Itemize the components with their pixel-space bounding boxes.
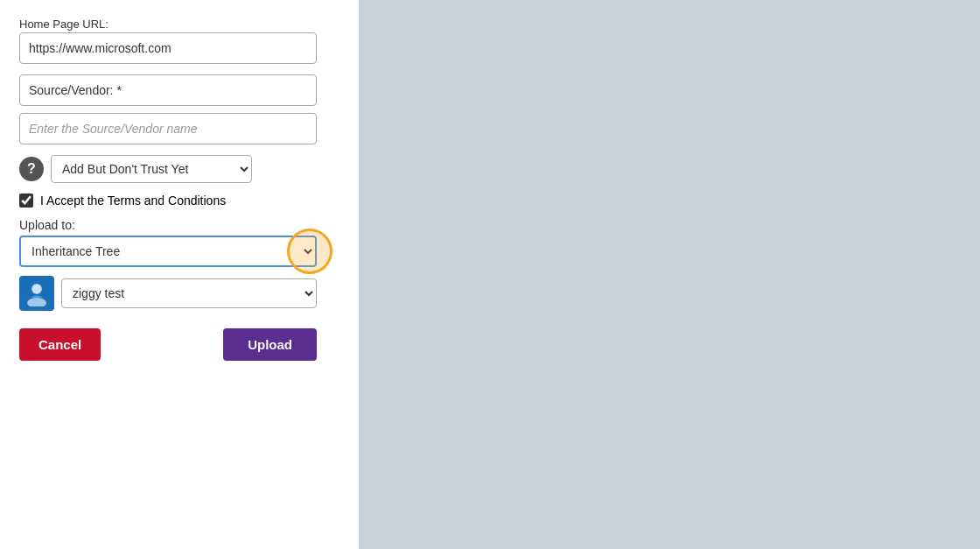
account-select[interactable]: ziggy test other account xyxy=(61,278,317,308)
inheritance-row: Inheritance Tree Root Other xyxy=(19,236,317,267)
home-page-url-label: Home Page URL: xyxy=(19,18,341,31)
dialog-panel: Home Page URL: Source/Vendor: * ? Add Bu… xyxy=(0,0,359,549)
svg-point-1 xyxy=(27,298,46,306)
upload-to-label: Upload to: xyxy=(19,218,341,232)
account-icon xyxy=(19,276,54,311)
help-icon: ? xyxy=(19,157,44,181)
home-page-url-input[interactable] xyxy=(19,32,317,64)
home-page-url-section: Home Page URL: xyxy=(19,18,341,64)
svg-point-2 xyxy=(32,285,41,293)
terms-row: I Accept the Terms and Conditions xyxy=(19,194,341,208)
terms-checkbox[interactable] xyxy=(19,194,33,208)
background-area xyxy=(359,0,980,549)
source-vendor-section: Source/Vendor: * xyxy=(19,74,341,144)
terms-label: I Accept the Terms and Conditions xyxy=(40,194,226,208)
source-vendor-input[interactable] xyxy=(19,113,317,144)
source-vendor-label: Source/Vendor: * xyxy=(19,74,317,106)
trust-row: ? Add But Don't Trust Yet Trust Immediat… xyxy=(19,155,341,183)
inheritance-tree-select[interactable]: Inheritance Tree Root Other xyxy=(19,236,317,267)
account-row: ziggy test other account xyxy=(19,276,317,311)
button-row: Cancel Upload xyxy=(19,328,317,361)
trust-select[interactable]: Add But Don't Trust Yet Trust Immediatel… xyxy=(51,155,252,183)
cancel-button[interactable]: Cancel xyxy=(19,328,101,361)
upload-to-section: Upload to: Inheritance Tree Root Other z… xyxy=(19,218,341,311)
upload-button[interactable]: Upload xyxy=(223,328,317,361)
